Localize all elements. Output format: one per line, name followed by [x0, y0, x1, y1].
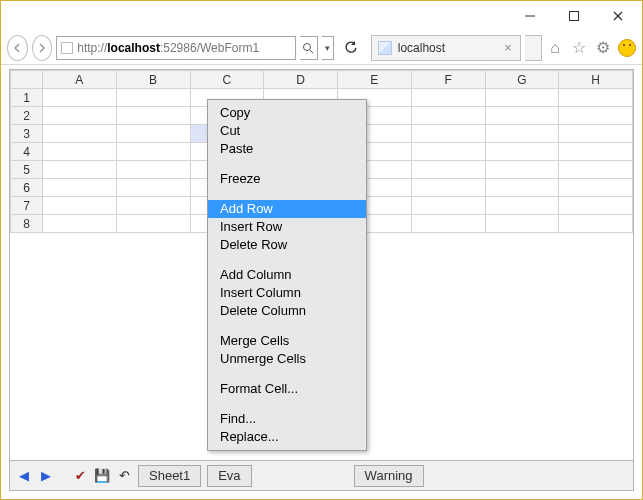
column-header[interactable]: H [559, 71, 633, 89]
cell[interactable] [559, 197, 633, 215]
tab-page-icon [378, 41, 392, 55]
row-header[interactable]: 8 [11, 215, 43, 233]
page-icon [61, 42, 73, 54]
settings-icon[interactable]: ⚙ [594, 39, 612, 57]
cell[interactable] [411, 143, 485, 161]
cell[interactable] [559, 143, 633, 161]
row-header[interactable]: 1 [11, 89, 43, 107]
cell[interactable] [43, 197, 117, 215]
context-menu-item[interactable]: Copy [208, 104, 366, 122]
cell[interactable] [485, 89, 559, 107]
column-header[interactable]: D [264, 71, 338, 89]
cell[interactable] [411, 215, 485, 233]
context-menu-item[interactable]: Insert Row [208, 218, 366, 236]
row-header[interactable]: 5 [11, 161, 43, 179]
column-header[interactable]: B [116, 71, 190, 89]
cell[interactable] [559, 125, 633, 143]
context-menu-item[interactable]: Freeze [208, 170, 366, 188]
cell[interactable] [43, 215, 117, 233]
context-menu-item[interactable]: Merge Cells [208, 332, 366, 350]
column-header[interactable]: E [338, 71, 412, 89]
save-icon[interactable]: 💾 [94, 468, 110, 484]
row-header[interactable]: 2 [11, 107, 43, 125]
cell[interactable] [43, 143, 117, 161]
favorites-icon[interactable]: ☆ [570, 39, 588, 57]
context-menu-item[interactable]: Format Cell... [208, 380, 366, 398]
context-menu-item[interactable]: Add Column [208, 266, 366, 284]
cell[interactable] [559, 179, 633, 197]
prev-sheet-button[interactable]: ◀ [16, 468, 32, 484]
cell[interactable] [411, 179, 485, 197]
column-header[interactable]: G [485, 71, 559, 89]
next-sheet-button[interactable]: ▶ [38, 468, 54, 484]
context-menu-item[interactable]: Paste [208, 140, 366, 158]
row-header[interactable]: 3 [11, 125, 43, 143]
cell[interactable] [116, 179, 190, 197]
cell[interactable] [116, 89, 190, 107]
eval-button[interactable]: Eva [207, 465, 251, 487]
cell[interactable] [559, 107, 633, 125]
context-menu-item[interactable]: Cut [208, 122, 366, 140]
cell[interactable] [559, 161, 633, 179]
sheet-tab[interactable]: Sheet1 [138, 465, 201, 487]
column-header[interactable]: A [43, 71, 117, 89]
column-header[interactable]: F [411, 71, 485, 89]
feedback-icon[interactable] [618, 39, 636, 57]
context-menu[interactable]: CopyCutPasteFreezeAdd RowInsert RowDelet… [207, 99, 367, 451]
cell[interactable] [116, 161, 190, 179]
select-all-corner[interactable] [11, 71, 43, 89]
cell[interactable] [116, 215, 190, 233]
cell[interactable] [116, 125, 190, 143]
cell[interactable] [43, 179, 117, 197]
cell[interactable] [485, 143, 559, 161]
new-tab-button[interactable] [525, 35, 542, 61]
cell[interactable] [116, 143, 190, 161]
address-search-icon[interactable] [300, 36, 317, 60]
minimize-button[interactable] [508, 2, 552, 30]
address-dropdown-button[interactable]: ▾ [322, 36, 335, 60]
context-menu-item[interactable]: Delete Row [208, 236, 366, 254]
tab-close-icon[interactable]: × [504, 40, 512, 55]
cell[interactable] [43, 125, 117, 143]
home-icon[interactable]: ⌂ [546, 39, 564, 57]
refresh-button[interactable] [342, 36, 361, 60]
browser-tab[interactable]: localhost × [371, 35, 521, 61]
close-window-button[interactable] [596, 2, 640, 30]
cell[interactable] [43, 89, 117, 107]
context-menu-item[interactable]: Insert Column [208, 284, 366, 302]
accept-icon[interactable]: ✔ [72, 468, 88, 484]
cell[interactable] [411, 125, 485, 143]
cell[interactable] [116, 197, 190, 215]
cell[interactable] [411, 197, 485, 215]
context-menu-item[interactable]: Add Row [208, 200, 366, 218]
undo-icon[interactable]: ↶ [116, 468, 132, 484]
cell[interactable] [116, 107, 190, 125]
column-header[interactable]: C [190, 71, 264, 89]
row-header[interactable]: 4 [11, 143, 43, 161]
cell[interactable] [411, 161, 485, 179]
cell[interactable] [411, 107, 485, 125]
cell[interactable] [43, 161, 117, 179]
address-input[interactable]: http://localhost:52986/WebForm1 [56, 36, 296, 60]
row-header[interactable]: 7 [11, 197, 43, 215]
context-menu-item[interactable]: Delete Column [208, 302, 366, 320]
url-path: :52986/WebForm1 [160, 41, 259, 55]
cell[interactable] [559, 89, 633, 107]
context-menu-item[interactable]: Unmerge Cells [208, 350, 366, 368]
back-button[interactable] [7, 35, 28, 61]
row-header[interactable]: 6 [11, 179, 43, 197]
context-menu-item[interactable]: Find... [208, 410, 366, 428]
cell[interactable] [485, 161, 559, 179]
context-menu-item[interactable]: Replace... [208, 428, 366, 446]
cell[interactable] [43, 107, 117, 125]
cell[interactable] [485, 197, 559, 215]
cell[interactable] [485, 125, 559, 143]
cell[interactable] [559, 215, 633, 233]
cell[interactable] [411, 89, 485, 107]
cell[interactable] [485, 107, 559, 125]
maximize-button[interactable] [552, 2, 596, 30]
warning-button[interactable]: Warning [354, 465, 424, 487]
cell[interactable] [485, 179, 559, 197]
forward-button[interactable] [32, 35, 53, 61]
cell[interactable] [485, 215, 559, 233]
